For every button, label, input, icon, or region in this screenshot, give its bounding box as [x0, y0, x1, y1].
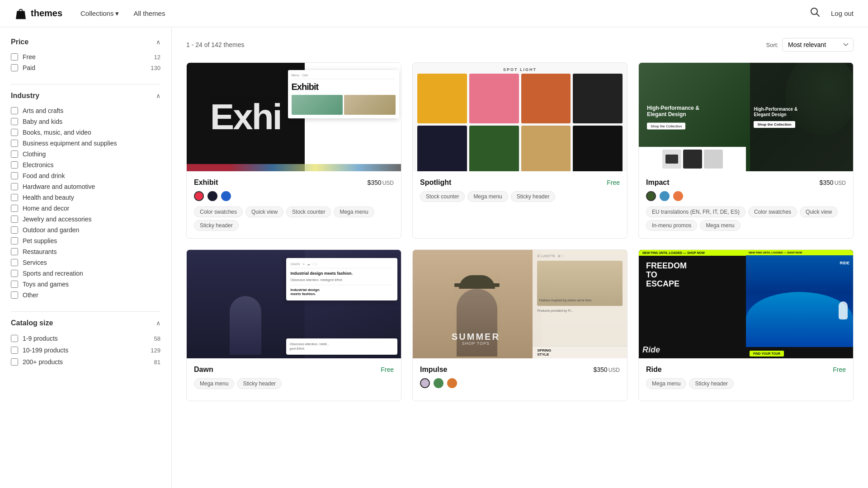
catalog-200-plus-label: 200+ products [23, 358, 63, 366]
industry-health-label: Health and beauty [23, 194, 74, 201]
color-swatch-forestgreen[interactable] [434, 378, 443, 388]
nav-collections[interactable]: Collections ▾ [80, 9, 119, 18]
tag-eu-trans: EU translations (EN, FR, IT, DE, ES) [646, 206, 745, 217]
tag-sticky-header-r: Sticky header [689, 378, 734, 389]
price-filter-header[interactable]: Price ∧ [11, 38, 160, 46]
color-swatch-green[interactable] [646, 191, 656, 201]
theme-card-impulse[interactable]: SUMMER SHOP TOPS ☰ LUXETTE ⊞ ♡ Fashion i… [412, 249, 627, 401]
industry-restaurants: Restaurants [11, 246, 160, 257]
industry-toys-label: Toys and games [23, 281, 69, 288]
color-swatch-red[interactable] [194, 191, 204, 201]
main-content: 1 - 24 of 142 themes Sort: Most relevant… [172, 27, 868, 488]
theme-card-ride[interactable]: NEW FINS UNTIL LOADED — SHOP NOW FREEDOM… [638, 249, 854, 401]
catalog-1-9-checkbox[interactable] [11, 335, 18, 342]
theme-info-impact: Impact $350USD EU translations (EN, FR, … [639, 171, 853, 238]
industry-collapse-icon: ∧ [156, 92, 160, 99]
industry-jewelry-checkbox[interactable] [11, 216, 18, 223]
industry-arts-checkbox[interactable] [11, 107, 18, 114]
industry-toys: Toys and games [11, 279, 160, 290]
industry-services-checkbox[interactable] [11, 259, 18, 266]
theme-tags-spotlight: Stock counter Mega menu Sticky header [420, 191, 620, 202]
industry-baby: Baby and kids [11, 116, 160, 127]
theme-price-impact: $350USD [820, 179, 846, 186]
price-collapse-icon: ∧ [156, 38, 160, 46]
industry-food-checkbox[interactable] [11, 172, 18, 179]
theme-card-dawn[interactable]: DAWN ≡ ☁ ♡ □ Industrial design meets fas… [186, 249, 401, 401]
theme-card-spotlight[interactable]: SPOT LIGHT [412, 62, 627, 239]
industry-sports-checkbox[interactable] [11, 270, 18, 277]
price-filter-section: Price ∧ Free 12 Paid 130 [11, 38, 160, 73]
theme-name-impulse: Impulse [420, 366, 447, 374]
catalog-200-plus-checkbox[interactable] [11, 358, 18, 366]
industry-clothing-checkbox[interactable] [11, 150, 18, 158]
industry-services: Services [11, 257, 160, 268]
header-actions: Log out [808, 5, 854, 21]
price-paid-checkbox[interactable] [11, 64, 18, 71]
tag-mega-menu-i: Mega menu [700, 220, 740, 231]
industry-pet-checkbox[interactable] [11, 237, 18, 244]
industry-sports: Sports and recreation [11, 268, 160, 279]
theme-info-impulse: Impulse $350USD [413, 358, 627, 401]
industry-restaurants-checkbox[interactable] [11, 248, 18, 255]
theme-preview-dawn: DAWN ≡ ☁ ♡ □ Industrial design meets fas… [187, 250, 401, 358]
industry-other: Other [11, 290, 160, 300]
tag-in-menu-promos: In-menu promos [646, 220, 697, 231]
catalog-10-199-checkbox[interactable] [11, 347, 18, 354]
theme-info-dawn: Dawn Free Mega menu Sticky header [187, 358, 401, 396]
theme-tags-exhibit: Color swatches Quick view Stock counter … [194, 206, 394, 231]
industry-books-checkbox[interactable] [11, 129, 18, 136]
industry-hardware-checkbox[interactable] [11, 183, 18, 190]
catalog-filter-section: Catalog size ∧ 1-9 products 58 10-199 pr… [11, 319, 160, 368]
theme-name-dawn: Dawn [194, 366, 213, 374]
industry-toys-checkbox[interactable] [11, 281, 18, 288]
theme-price-ride: Free [833, 366, 846, 373]
theme-colors-impact [646, 191, 846, 201]
catalog-10-199-count: 129 [151, 347, 160, 354]
industry-business-checkbox[interactable] [11, 140, 18, 147]
industry-baby-checkbox[interactable] [11, 118, 18, 125]
price-filter-paid: Paid 130 [11, 62, 160, 73]
tag-sticky-header: Sticky header [194, 220, 239, 231]
industry-other-checkbox[interactable] [11, 291, 18, 299]
search-button[interactable] [808, 5, 822, 21]
tag-mega-menu-s: Mega menu [467, 191, 508, 202]
color-swatch-blue[interactable] [221, 191, 231, 201]
logout-button[interactable]: Log out [831, 9, 854, 17]
theme-card-impact[interactable]: High-Performance &Elegant Design Shop th… [638, 62, 854, 239]
industry-health-checkbox[interactable] [11, 194, 18, 201]
theme-info-exhibit: Exhibit $350USD Color swatches Quick vie… [187, 171, 401, 238]
color-swatch-lavender[interactable] [420, 378, 430, 388]
industry-hardware-label: Hardware and automotive [23, 183, 95, 190]
industry-electronics-checkbox[interactable] [11, 161, 18, 169]
industry-pet: Pet supplies [11, 235, 160, 246]
color-swatch-orange[interactable] [673, 191, 683, 201]
industry-filter-header[interactable]: Industry ∧ [11, 92, 160, 100]
theme-name-spotlight: Spotlight [420, 178, 451, 187]
catalog-10-199-label: 10-199 products [23, 347, 68, 354]
page-layout: Price ∧ Free 12 Paid 130 I [0, 27, 868, 488]
nav-all-themes[interactable]: All themes [133, 9, 165, 17]
theme-colors-impulse [420, 378, 620, 388]
theme-preview-ride: NEW FINS UNTIL LOADED — SHOP NOW FREEDOM… [639, 250, 853, 358]
tag-sticky-header-s: Sticky header [511, 191, 556, 202]
sort-select[interactable]: Most relevant Price: Low to high Price: … [782, 38, 854, 52]
logo[interactable]: themes [14, 7, 62, 20]
theme-card-exhibit[interactable]: Exhi Menu Cart Exhibit [186, 62, 401, 239]
industry-filter-section: Industry ∧ Arts and crafts Baby and kids [11, 92, 160, 300]
sidebar: Price ∧ Free 12 Paid 130 I [0, 27, 172, 488]
color-swatch-rust[interactable] [447, 378, 457, 388]
catalog-filter-header[interactable]: Catalog size ∧ [11, 319, 160, 327]
header: themes Collections ▾ All themes Log out [0, 0, 868, 27]
color-swatch-dark[interactable] [208, 191, 217, 201]
industry-home: Home and decor [11, 203, 160, 214]
price-free-count: 12 [154, 54, 160, 61]
industry-home-label: Home and decor [23, 205, 70, 212]
price-free-checkbox[interactable] [11, 53, 18, 61]
industry-home-checkbox[interactable] [11, 205, 18, 212]
color-swatch-lightblue[interactable] [660, 191, 670, 201]
catalog-1-9-count: 58 [154, 335, 160, 342]
tag-stock-counter-s: Stock counter [420, 191, 465, 202]
theme-colors-exhibit [194, 191, 394, 201]
industry-outdoor-checkbox[interactable] [11, 226, 18, 234]
price-filter-title: Price [11, 38, 28, 46]
